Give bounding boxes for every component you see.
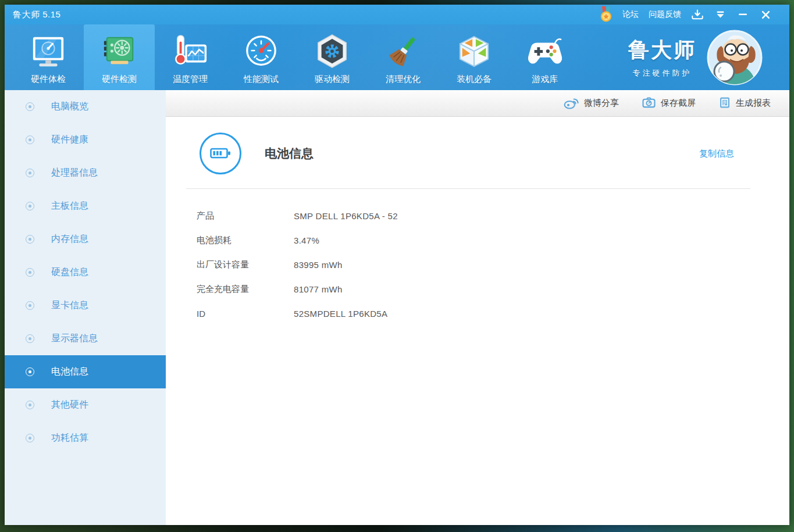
sidebar: 电脑概览 硬件健康 处理器信息 主板信息 内存信息 硬盘信息 <box>5 90 166 525</box>
toolbar-item-label: 清理优化 <box>386 74 421 85</box>
page-title: 电池信息 <box>265 145 314 162</box>
close-button[interactable] <box>759 8 772 21</box>
sidebar-item-monitor-info[interactable]: 显示器信息 <box>5 322 166 355</box>
save-screenshot-button[interactable]: 保存截屏 <box>642 97 696 110</box>
toolbar-item-temperature-management[interactable]: 温度管理 <box>155 24 226 90</box>
brand-name: 鲁大师 <box>628 36 696 65</box>
gamepad-icon <box>525 31 565 73</box>
table-row: 电池损耗 3.47% <box>197 228 789 252</box>
sidebar-item-label: 显卡信息 <box>51 299 88 312</box>
sidebar-item-power-estimate[interactable]: 功耗估算 <box>5 422 166 455</box>
dropdown-caret-icon[interactable] <box>714 8 727 21</box>
report-icon <box>719 97 731 110</box>
toolbar-item-label: 驱动检测 <box>315 74 350 85</box>
sidebar-item-label: 电池信息 <box>51 366 88 378</box>
table-row: 出厂设计容量 83995 mWh <box>197 252 789 277</box>
brand-tagline: 专注硬件防护 <box>628 68 696 78</box>
download-icon[interactable] <box>691 8 704 21</box>
feedback-link[interactable]: 问题反馈 <box>649 9 681 20</box>
cube-icon <box>454 31 494 73</box>
battery-icon <box>200 133 241 174</box>
title-bar[interactable]: 鲁大师 5.15 论坛 问题反馈 <box>5 5 789 24</box>
sidebar-item-hardware-health[interactable]: 硬件健康 <box>5 123 166 156</box>
field-label: 电池损耗 <box>197 235 294 246</box>
main-toolbar: 硬件体检 硬件检测 <box>5 24 789 90</box>
table-row: ID 52SMPDELL 1P6KD5A <box>197 301 789 326</box>
toolbar-item-performance-test[interactable]: 性能测试 <box>226 24 297 90</box>
toolbar-item-hardware-detection[interactable]: 硬件检测 <box>84 24 155 90</box>
toolbar-item-game-library[interactable]: 游戏库 <box>510 24 581 90</box>
medal-icon[interactable] <box>600 8 613 21</box>
radio-icon <box>26 401 34 409</box>
minimize-button[interactable] <box>736 8 749 21</box>
battery-info-table: 产品 SMP DELL 1P6KD5A - 52 电池损耗 3.47% 出厂设计… <box>197 203 789 326</box>
forum-link[interactable]: 论坛 <box>622 9 639 20</box>
weibo-share-label: 微博分享 <box>584 98 619 109</box>
generate-report-button[interactable]: 生成报表 <box>719 97 771 110</box>
toolbar-item-hardware-checkup[interactable]: 硬件体检 <box>13 24 84 90</box>
app-window: 鲁大师 5.15 论坛 问题反馈 <box>5 5 789 525</box>
table-row: 产品 SMP DELL 1P6KD5A - 52 <box>197 203 789 228</box>
mascot-avatar <box>707 30 763 85</box>
radio-icon <box>26 334 34 343</box>
sidebar-item-battery-info[interactable]: 电池信息 <box>5 355 166 388</box>
sidebar-item-label: 硬盘信息 <box>51 266 88 279</box>
radio-icon <box>26 169 34 177</box>
header-divider <box>186 188 750 189</box>
field-label: ID <box>197 309 294 319</box>
field-label: 出厂设计容量 <box>197 259 294 270</box>
content-panel: 微博分享 保存截屏 <box>166 90 789 525</box>
radio-icon <box>26 102 34 111</box>
field-value: 81077 mWh <box>294 284 343 294</box>
broom-icon <box>383 31 423 73</box>
toolbar-item-label: 温度管理 <box>173 74 208 85</box>
radio-icon <box>26 367 34 376</box>
field-value: 52SMPDELL 1P6KD5A <box>294 309 387 319</box>
radio-icon <box>26 301 34 310</box>
sidebar-item-label: 其他硬件 <box>51 399 88 411</box>
toolbar-item-label: 性能测试 <box>244 74 279 85</box>
toolbar-item-label: 游戏库 <box>532 74 558 85</box>
toolbar-item-label: 硬件检测 <box>102 74 137 85</box>
page-header: 电池信息 复制信息 <box>166 117 789 174</box>
sidebar-item-label: 处理器信息 <box>51 167 98 179</box>
radio-icon <box>26 202 34 210</box>
content-action-bar: 微博分享 保存截屏 <box>166 90 789 117</box>
radio-icon <box>26 434 34 442</box>
weibo-share-button[interactable]: 微博分享 <box>564 96 619 111</box>
field-value: 83995 mWh <box>294 260 343 270</box>
field-value: 3.47% <box>294 235 319 245</box>
hexagon-gear-icon <box>312 31 353 73</box>
generate-report-label: 生成报表 <box>736 98 771 109</box>
save-screenshot-label: 保存截屏 <box>661 98 696 109</box>
speedometer-icon <box>241 31 282 73</box>
monitor-gauge-icon <box>28 31 69 73</box>
brand-area: 鲁大师 专注硬件防护 <box>628 24 789 90</box>
sidebar-item-gpu-info[interactable]: 显卡信息 <box>5 289 166 322</box>
radio-icon <box>26 235 34 244</box>
weibo-icon <box>564 96 579 111</box>
toolbar-item-driver-detection[interactable]: 驱动检测 <box>297 24 368 90</box>
radio-icon <box>26 268 34 277</box>
radio-icon <box>26 135 34 144</box>
toolbar-item-label: 装机必备 <box>457 74 492 85</box>
sidebar-item-label: 内存信息 <box>51 233 88 245</box>
sidebar-item-memory-info[interactable]: 内存信息 <box>5 223 166 256</box>
sidebar-item-label: 显示器信息 <box>51 333 98 345</box>
sidebar-item-label: 电脑概览 <box>51 101 88 113</box>
sidebar-item-label: 主板信息 <box>51 200 88 212</box>
sidebar-item-computer-overview[interactable]: 电脑概览 <box>5 90 166 123</box>
toolbar-item-cleanup-optimization[interactable]: 清理优化 <box>368 24 439 90</box>
gpu-card-icon <box>99 31 140 73</box>
sidebar-item-label: 功耗估算 <box>51 432 88 444</box>
sidebar-item-motherboard-info[interactable]: 主板信息 <box>5 190 166 223</box>
toolbar-item-essential-software[interactable]: 装机必备 <box>439 24 510 90</box>
thermometer-chart-icon <box>170 31 211 73</box>
sidebar-item-disk-info[interactable]: 硬盘信息 <box>5 256 166 289</box>
sidebar-item-cpu-info[interactable]: 处理器信息 <box>5 156 166 190</box>
copy-info-link[interactable]: 复制信息 <box>699 148 734 159</box>
field-label: 完全充电容量 <box>197 284 294 295</box>
sidebar-item-other-hardware[interactable]: 其他硬件 <box>5 388 166 422</box>
toolbar-item-label: 硬件体检 <box>31 74 66 85</box>
camera-icon <box>642 97 656 110</box>
